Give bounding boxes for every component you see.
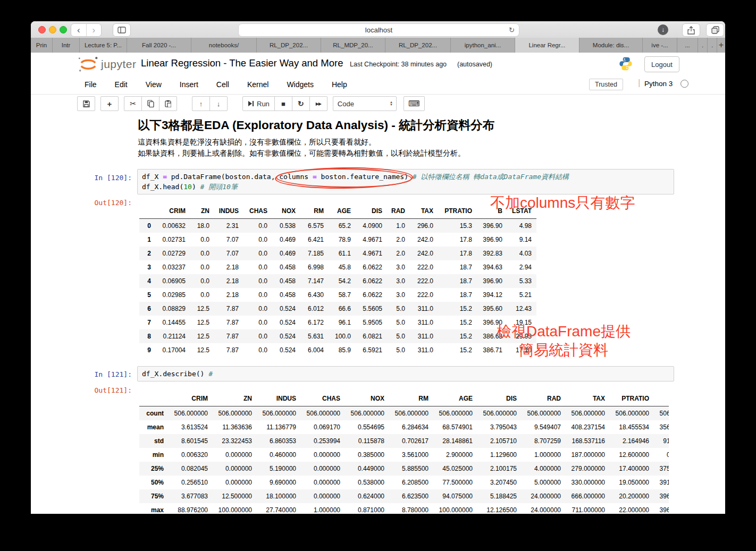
- cell-value: 2.18: [214, 274, 243, 288]
- browser-tab[interactable]: RL_DP_202...: [385, 38, 451, 53]
- cell-value: 2.18: [214, 288, 243, 302]
- row-index: std: [139, 434, 169, 448]
- browser-tab[interactable]: ...: [677, 38, 698, 53]
- browser-tab[interactable]: .: [698, 38, 708, 53]
- cell-value: 0.0: [243, 247, 272, 260]
- close-window-button[interactable]: [38, 26, 46, 33]
- back-button[interactable]: ‹: [71, 24, 87, 36]
- cell-value: 4.9671: [356, 247, 387, 260]
- move-cell-up-button[interactable]: ↑: [192, 96, 210, 111]
- cell-value: 0.03237: [156, 260, 190, 274]
- cell-value: 5.21: [507, 288, 536, 302]
- cell-value: 6.430: [300, 288, 329, 302]
- kernel-separator: |: [638, 78, 640, 88]
- sidebar-toggle-button[interactable]: [113, 23, 131, 37]
- minimize-window-button[interactable]: [49, 26, 56, 33]
- cell-value: 0.253994: [301, 434, 345, 448]
- cell-value: 187.000000: [566, 448, 610, 462]
- cell-value: 0.082045: [169, 462, 213, 476]
- forward-button[interactable]: ›: [87, 24, 102, 36]
- menu-item[interactable]: Widgets: [278, 80, 323, 89]
- cell-value: 24.000000: [522, 489, 566, 503]
- column-header: RM: [300, 204, 329, 219]
- run-cell-button[interactable]: Run: [242, 96, 275, 111]
- browser-tab[interactable]: RL_MDP_20...: [321, 38, 385, 53]
- cell-value: 0.0: [190, 260, 214, 274]
- browser-tab[interactable]: Module: dis...: [579, 38, 643, 53]
- browser-tab[interactable]: .: [708, 38, 717, 53]
- column-header: INDUS: [257, 391, 301, 406]
- logout-button[interactable]: Logout: [644, 56, 679, 72]
- output-prompt-121: Out[121]:: [79, 386, 132, 394]
- browser-tab[interactable]: notebooks/: [191, 38, 257, 53]
- browser-tab[interactable]: Linear Regr...: [515, 38, 579, 53]
- cell-value: 19.050000: [610, 476, 654, 489]
- restart-kernel-button[interactable]: ↻: [292, 96, 310, 111]
- menu-item[interactable]: Help: [323, 80, 356, 89]
- new-tab-button[interactable]: +: [717, 38, 725, 53]
- browser-tab[interactable]: Prin: [31, 38, 53, 53]
- cell-value: 4.03: [507, 247, 536, 260]
- url-text: localhost: [365, 26, 392, 34]
- cell-value: 0.458: [272, 288, 300, 302]
- cell-value: 7.185: [300, 247, 329, 260]
- cut-cell-button[interactable]: ✂: [124, 96, 142, 111]
- save-button[interactable]: [77, 96, 95, 111]
- cell-type-select[interactable]: Code ▲▼: [333, 96, 397, 111]
- cell-value: 0.524: [272, 343, 300, 357]
- move-cell-down-button[interactable]: ↓: [209, 96, 228, 111]
- menu-item[interactable]: Insert: [171, 80, 207, 89]
- share-button[interactable]: [682, 23, 700, 37]
- insert-cell-button[interactable]: +: [100, 96, 119, 111]
- menu-item[interactable]: Kernel: [238, 80, 278, 89]
- cell-value: 8.780000: [389, 503, 433, 514]
- cell-value: 506.000000: [345, 406, 389, 421]
- red-annotation-columns: 不加columns只有數字: [490, 193, 635, 213]
- zoom-window-button[interactable]: [60, 26, 67, 33]
- cell-value: 666.000000: [566, 489, 610, 503]
- column-header: [139, 391, 169, 406]
- paste-icon: [165, 100, 171, 107]
- interrupt-kernel-button[interactable]: ■: [274, 96, 292, 111]
- paste-cell-button[interactable]: [159, 96, 177, 111]
- cell-value: 2.0: [387, 233, 410, 247]
- trusted-badge[interactable]: Trusted: [589, 79, 623, 90]
- menu-item[interactable]: Edit: [106, 80, 137, 89]
- row-index: 7: [139, 316, 156, 329]
- notebook-title[interactable]: Linear Regression - The Easier Way and M…: [141, 57, 343, 69]
- menu-item[interactable]: View: [137, 80, 171, 89]
- menu-item[interactable]: File: [75, 80, 106, 89]
- downloads-button[interactable]: ↓: [655, 23, 671, 36]
- menu-item[interactable]: Cell: [207, 80, 238, 89]
- table-row: max88.976200100.00000027.7400001.0000000…: [139, 503, 669, 514]
- cell-value: 506.000000: [477, 406, 522, 421]
- browser-tab[interactable]: Intr: [53, 38, 80, 53]
- cell-value: 5.190000: [257, 462, 301, 476]
- browser-tab[interactable]: ipython_ani...: [451, 38, 515, 53]
- cell-value: 2.0: [387, 247, 410, 260]
- cell-value: 5.0: [387, 343, 410, 357]
- cell-value: 11.136779: [257, 420, 301, 434]
- address-bar[interactable]: localhost ↻: [238, 23, 519, 37]
- browser-tab[interactable]: ive -...: [643, 38, 677, 53]
- cell-value: 394.12: [477, 288, 507, 302]
- table-row: std8.60154523.3224536.8603530.2539940.11…: [139, 434, 669, 448]
- cell-value: 3.207450: [477, 476, 522, 489]
- browser-tab[interactable]: Lecture 5: P...: [80, 38, 127, 53]
- reload-icon[interactable]: ↻: [509, 26, 515, 34]
- python-logo-icon: [618, 56, 633, 71]
- cell-value: 1.129600: [477, 448, 522, 462]
- cell-value: 17.8: [438, 247, 477, 260]
- cell-value: 2.100175: [477, 462, 522, 476]
- browser-tab[interactable]: Fall 2020 -...: [127, 38, 191, 53]
- code-cell-121[interactable]: df_X.describe() #: [137, 366, 674, 382]
- copy-cell-button[interactable]: [141, 96, 159, 111]
- tab-overview-button[interactable]: [706, 23, 724, 37]
- command-palette-button[interactable]: ⌨: [404, 96, 425, 111]
- jupyter-logo[interactable]: jupyter: [77, 56, 137, 73]
- restart-run-all-button[interactable]: ▶▶: [309, 96, 327, 111]
- markdown-heading: 以下3格都是EDA (Exploratory Data Analysis) - …: [138, 117, 494, 133]
- table-header-row: CRIMZNINDUSCHASNOXRMAGEDISRADTAXPTRATIOB…: [139, 204, 536, 219]
- table-row: 20.027290.07.070.00.4697.18561.14.96712.…: [139, 247, 536, 260]
- browser-tab[interactable]: RL_DP_202...: [257, 38, 321, 53]
